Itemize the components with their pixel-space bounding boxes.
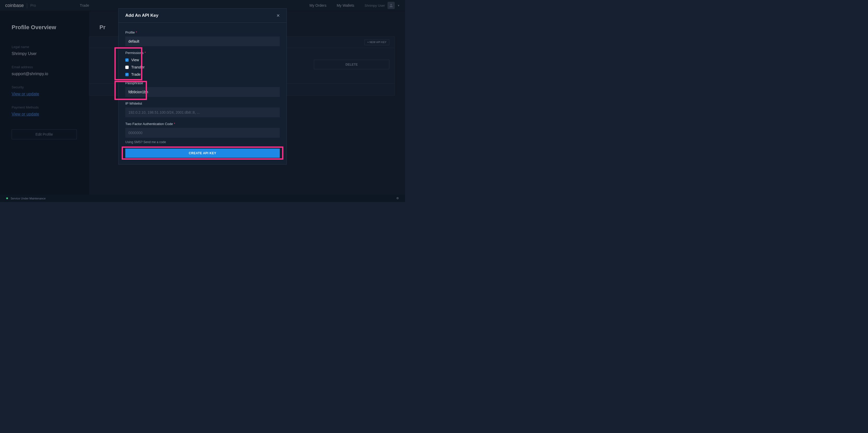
sms-link[interactable]: Using SMS? Send me a code bbox=[125, 140, 280, 144]
ip-whitelist-label: IP Whitelist bbox=[125, 101, 280, 105]
permission-transfer[interactable]: Transfer bbox=[125, 65, 280, 69]
profile-input[interactable] bbox=[125, 36, 280, 46]
add-api-key-modal: Add An API Key ✕ Profile * Permissions *… bbox=[118, 8, 287, 164]
passphrase-input[interactable] bbox=[125, 87, 280, 97]
profile-label: Profile * bbox=[125, 30, 280, 34]
permissions-label: Permissions * bbox=[125, 51, 280, 55]
checkbox-unchecked-icon bbox=[125, 66, 129, 69]
create-api-key-button[interactable]: CREATE API KEY bbox=[125, 149, 280, 158]
checkbox-checked-icon: ✓ bbox=[125, 58, 129, 62]
status-bar: Service Under Maintenance ⚙ bbox=[0, 194, 405, 202]
checkbox-checked-icon: ✓ bbox=[125, 73, 129, 76]
modal-overlay: Add An API Key ✕ Profile * Permissions *… bbox=[0, 0, 405, 202]
status-text: Service Under Maintenance bbox=[10, 197, 46, 200]
modal-title: Add An API Key bbox=[125, 13, 158, 18]
permission-view[interactable]: ✓ View bbox=[125, 58, 280, 62]
passphrase-label: Passphrase bbox=[125, 81, 280, 85]
tfa-label: Two Factor Authentication Code * bbox=[125, 122, 280, 126]
tfa-input[interactable] bbox=[125, 128, 280, 138]
permission-trade[interactable]: ✓ Trade bbox=[125, 72, 280, 76]
ip-whitelist-input[interactable] bbox=[125, 107, 280, 117]
status-dot-icon bbox=[6, 197, 8, 199]
close-icon[interactable]: ✕ bbox=[276, 13, 280, 18]
gear-icon[interactable]: ⚙ bbox=[396, 196, 399, 200]
